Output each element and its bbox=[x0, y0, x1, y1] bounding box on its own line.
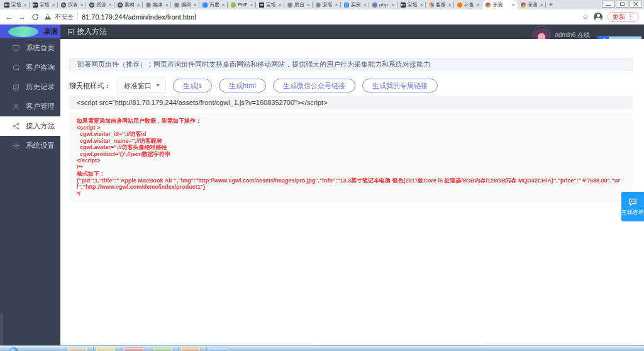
online-consult-label: 在线咨询 bbox=[621, 209, 644, 216]
browser-tab[interactable]: 编辑 bbox=[171, 0, 199, 9]
tab-favicon-douyu bbox=[457, 3, 462, 8]
code-line: cgwl.avatar='';//访客头像绝对路径 bbox=[77, 144, 625, 151]
browser-tab[interactable]: 百度 bbox=[199, 0, 228, 9]
code-line: */ bbox=[77, 191, 625, 198]
taskbar-app-icon[interactable] bbox=[96, 347, 115, 351]
user-status: admin6 在线 bbox=[555, 31, 590, 40]
forward-icon[interactable]: → bbox=[18, 13, 26, 21]
start-orb-icon[interactable] bbox=[9, 347, 18, 351]
taskbar-app-icon[interactable] bbox=[68, 347, 87, 351]
online-consult-button[interactable]: 在线咨询 bbox=[621, 192, 644, 221]
tab-title: 素材 bbox=[125, 1, 134, 8]
tab-favicon-baidu bbox=[203, 3, 208, 8]
browser-tab[interactable]: PHP bbox=[228, 0, 256, 9]
new-tab-button[interactable]: + bbox=[546, 0, 556, 9]
browser-tab[interactable]: 宝塔 bbox=[30, 0, 58, 9]
bookmark-star-icon[interactable] bbox=[582, 13, 589, 21]
taskbar-app-icon[interactable] bbox=[153, 347, 172, 351]
tab-close-icon[interactable] bbox=[334, 3, 339, 8]
tab-title: 后台 bbox=[294, 1, 304, 8]
generate-button[interactable]: 生成js bbox=[173, 79, 212, 92]
app-logo bbox=[8, 26, 38, 37]
sidebar-item-label: 系统首页 bbox=[26, 43, 55, 53]
reload-icon[interactable] bbox=[31, 13, 39, 21]
tab-close-icon[interactable] bbox=[277, 3, 282, 8]
tab-close-icon[interactable] bbox=[249, 3, 254, 8]
chat-style-select[interactable]: 标准窗口 bbox=[118, 79, 166, 92]
browser-tab[interactable]: 资源 bbox=[86, 0, 114, 9]
sidebar-item-系统设置[interactable]: 系统设置 bbox=[0, 136, 60, 155]
browser-tab[interactable]: 媒体 bbox=[143, 0, 171, 9]
sidebar-item-历史记录[interactable]: 历史记录 bbox=[0, 77, 60, 97]
tab-close-icon[interactable] bbox=[51, 3, 56, 8]
tab-title: php bbox=[379, 2, 389, 8]
tab-close-icon[interactable] bbox=[23, 3, 28, 8]
chat-style-row: 聊天框样式： 标准窗口 生成js生成html生成微信公众号链接生成我的专属链接 bbox=[69, 78, 633, 93]
main-content: 部署网页组件（推荐）：网页咨询组件同时支持桌面网站和移动网站，提供强大的用户行为… bbox=[60, 39, 644, 345]
divider bbox=[93, 347, 94, 351]
browser-tab[interactable]: 宝塔 bbox=[1, 0, 30, 9]
tab-favicon-php bbox=[231, 3, 236, 8]
tab-title: 宝塔 bbox=[266, 1, 275, 8]
kebab-menu-icon bbox=[628, 14, 634, 20]
monitor-icon bbox=[12, 44, 20, 52]
page-title-wrap: 接入方法 bbox=[68, 26, 107, 37]
tab-close-icon[interactable] bbox=[79, 3, 84, 8]
tab-close-icon[interactable] bbox=[539, 3, 544, 8]
browser-tab[interactable]: 亲测 bbox=[482, 0, 518, 9]
tab-close-icon[interactable] bbox=[136, 3, 141, 8]
back-icon[interactable]: ← bbox=[5, 13, 13, 21]
browser-tab[interactable]: 亲测 bbox=[518, 0, 546, 9]
browser-tab[interactable]: 斗鱼 bbox=[454, 0, 482, 9]
browser-tab[interactable]: 安装 bbox=[313, 0, 341, 9]
tab-title: 宝塔 bbox=[408, 1, 417, 8]
browser-tab[interactable]: 宝塔 bbox=[397, 0, 426, 9]
tab-favicon-globe bbox=[146, 3, 151, 8]
tab-close-icon[interactable] bbox=[475, 3, 480, 8]
tab-favicon-wp bbox=[118, 3, 123, 8]
tab-close-icon[interactable] bbox=[192, 3, 197, 8]
browser-profile-icon[interactable] bbox=[594, 13, 602, 21]
code-line: cgwl.product='{}';//json数据字符串 bbox=[77, 151, 625, 158]
tab-close-icon[interactable] bbox=[164, 3, 169, 8]
sidebar-item-label: 历史记录 bbox=[26, 82, 55, 92]
close-button[interactable] bbox=[630, 1, 642, 8]
sidebar-scrollbar[interactable] bbox=[0, 314, 3, 345]
browser-tab[interactable]: php bbox=[369, 0, 397, 9]
browser-tab[interactable]: 素材 bbox=[114, 0, 143, 9]
tab-close-icon[interactable] bbox=[221, 3, 226, 8]
tab-favicon-bt bbox=[401, 3, 406, 8]
sidebar-item-系统首页[interactable]: 系统首页 bbox=[0, 38, 60, 58]
taskbar-app-icon[interactable] bbox=[125, 347, 143, 351]
browser-tab[interactable]: 宝塔 bbox=[256, 0, 284, 9]
browser-tab[interactable]: 实例 bbox=[341, 0, 369, 9]
sidebar-item-客户咨询[interactable]: 客户咨询 bbox=[0, 58, 60, 77]
tab-close-icon[interactable] bbox=[306, 3, 311, 8]
tab-close-icon[interactable] bbox=[447, 3, 452, 8]
minimize-button[interactable] bbox=[602, 1, 614, 8]
tab-close-icon[interactable] bbox=[108, 3, 113, 8]
tab-close-icon[interactable] bbox=[362, 3, 367, 8]
embed-script-snippet: <script src="http://81.70.179.244/assets… bbox=[69, 96, 633, 109]
tab-close-icon[interactable] bbox=[511, 3, 516, 8]
sidebar-item-接入方法[interactable]: 接入方法 bbox=[0, 116, 60, 136]
chat-style-value: 标准窗口 bbox=[124, 81, 152, 91]
update-button[interactable]: 更新 bbox=[608, 12, 639, 22]
generate-button[interactable]: 生成我的专属链接 bbox=[362, 79, 438, 92]
tab-close-icon[interactable] bbox=[391, 3, 396, 8]
restore-button[interactable] bbox=[616, 1, 628, 8]
browser-tab[interactable]: 客服 bbox=[426, 0, 454, 9]
windows-taskbar[interactable] bbox=[0, 345, 644, 351]
divider bbox=[65, 347, 65, 351]
browser-tab[interactable]: 仪表 bbox=[58, 0, 86, 9]
chat-icon bbox=[12, 64, 20, 72]
generate-button[interactable]: 生成html bbox=[219, 79, 266, 92]
browser-tab[interactable]: 后台 bbox=[284, 0, 313, 9]
tab-close-icon[interactable] bbox=[419, 3, 424, 8]
taskbar-app-icon[interactable] bbox=[181, 347, 200, 351]
taskbar-app-icon[interactable] bbox=[209, 347, 228, 351]
sidebar-item-客户管理[interactable]: 客户管理 bbox=[0, 97, 60, 116]
tab-title: 仪表 bbox=[68, 1, 77, 8]
address-bar[interactable]: 不安全 81.70.179.244/admin/index/front.html bbox=[45, 11, 576, 22]
generate-button[interactable]: 生成微信公众号链接 bbox=[273, 79, 355, 92]
